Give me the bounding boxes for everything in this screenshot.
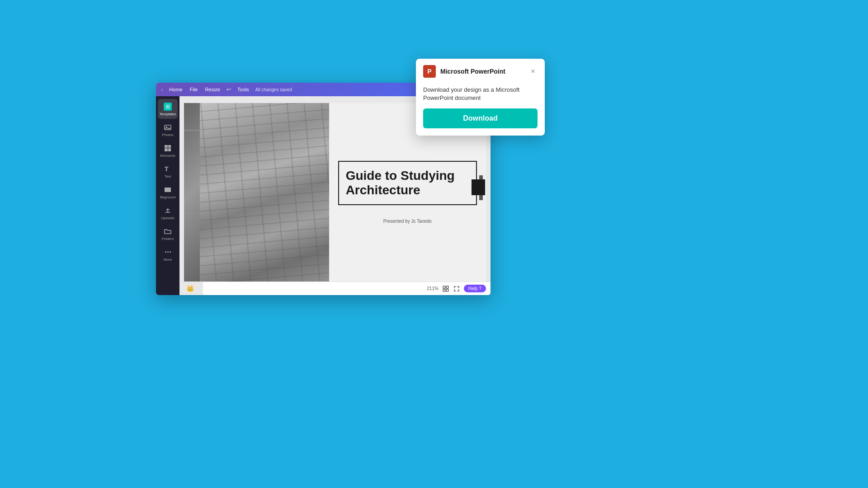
dialog-description: Download your design as a Microsoft Powe… [423,86,538,102]
dialog-title: Microsoft PowerPoint [440,68,505,75]
svg-rect-6 [443,289,445,291]
ppt-dialog: P Microsoft PowerPoint × Download your d… [416,59,545,136]
glass-pattern [184,103,329,282]
powerpoint-logo: P [423,65,436,78]
templates-icon [163,102,172,111]
menu-tools[interactable]: Tools [235,86,252,93]
sidebar-item-uploads[interactable]: Uploads [158,203,178,223]
download-button[interactable]: Download [423,108,538,128]
sidebar-label-elements: Elements [160,154,175,158]
bottom-bar: 211% Help ? [203,282,491,295]
sidebar-label-more: More [164,258,172,262]
slide-title: Guide to Studying Architecture [346,169,469,197]
undo-button[interactable]: ↩ [225,85,233,94]
elements-icon [163,144,172,153]
sidebar: Templates Photos [156,96,179,295]
sidebar-item-elements[interactable]: Elements [158,141,178,160]
sidebar-item-folders[interactable]: Folders [158,224,178,244]
crown-icon: 👑 [183,284,197,293]
svg-rect-7 [446,289,448,291]
svg-rect-3 [165,188,171,192]
sidebar-item-templates[interactable]: Templates [158,99,178,119]
help-button[interactable]: Help ? [464,285,486,292]
slide-presenter: Presented by Jc Tanedo [338,219,477,224]
dark-square-decoration [472,179,485,195]
fullscreen-icon[interactable] [453,285,460,292]
menu-home[interactable]: Home [166,86,185,93]
svg-text:T: T [165,165,169,173]
sidebar-item-background[interactable]: Bkground [158,182,178,202]
svg-rect-4 [443,286,445,288]
help-label: Help [468,286,478,291]
dialog-title-row: P Microsoft PowerPoint [423,65,505,78]
uploads-icon [163,206,172,215]
sidebar-label-photos: Photos [162,133,174,137]
powerpoint-logo-text: P [427,68,431,75]
sidebar-label-templates: Templates [160,112,176,116]
powerpoint-logo-inner: P [423,65,436,78]
menu-resize[interactable]: Resize [202,86,223,93]
sidebar-label-background: Bkground [160,195,175,199]
help-icon: ? [479,286,481,291]
sidebar-label-uploads: Uploads [161,216,174,220]
background-icon [163,185,172,194]
sidebar-label-text: Text [165,174,171,178]
menu-file[interactable]: File [187,86,201,93]
photos-icon [163,123,172,132]
dialog-header: P Microsoft PowerPoint × [416,59,545,82]
architecture-photo [184,103,329,282]
sidebar-item-photos[interactable]: Photos [158,120,178,140]
save-status: All changes saved [255,87,292,92]
grid-view-icon[interactable] [442,285,449,292]
svg-rect-5 [446,286,448,288]
sidebar-item-more[interactable]: More [158,244,178,264]
zoom-level: 211% [427,286,439,291]
close-icon: × [531,67,535,75]
text-icon: T [163,164,172,174]
dialog-close-button[interactable]: × [528,67,538,76]
slide-border-box: Guide to Studying Architecture [338,161,477,205]
sidebar-item-text[interactable]: T Text [158,161,178,181]
folders-icon [163,227,172,236]
back-arrow[interactable]: ‹ [160,86,165,93]
slide-photo [184,103,329,282]
sidebar-label-folders: Folders [162,237,174,241]
more-icon [163,248,172,257]
dialog-body: Download your design as a Microsoft Powe… [416,82,545,136]
